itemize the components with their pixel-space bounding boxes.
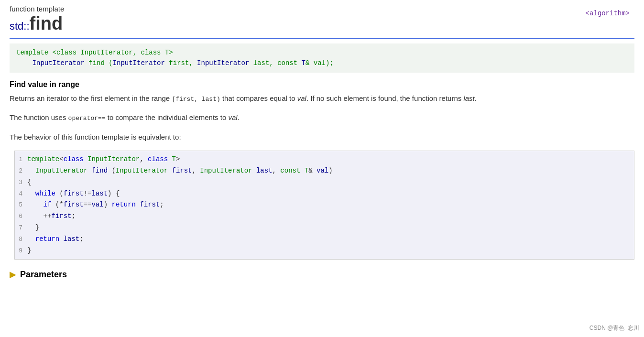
code-block: 1 template<class InputIterator, class T>… — [15, 151, 634, 259]
function-label: function template — [10, 5, 634, 13]
desc1-end: . — [475, 94, 477, 102]
line-content-1: template<class InputIterator, class T> — [27, 154, 180, 165]
line-content-6: ++first; — [27, 211, 76, 222]
line-num-8: 8 — [15, 234, 27, 245]
code-line-6: 6 ++first; — [15, 211, 634, 222]
line-num-2: 2 — [15, 166, 27, 176]
sig-return-type: InputIterator — [16, 59, 88, 67]
description-paragraph2: The function uses operator== to compare … — [10, 112, 634, 124]
sig-val: val); — [314, 59, 334, 67]
code-block-wrapper: 1 template<class InputIterator, class T>… — [14, 151, 634, 260]
desc1-before: Returns an iterator to the first element… — [10, 94, 172, 102]
sig-gt: > — [169, 49, 173, 56]
sig-class2: class — [141, 49, 164, 56]
page-wrapper: <algorithm> function template std::find … — [10, 5, 634, 280]
sig-param1-name: first, — [169, 59, 197, 67]
desc2-end: . — [238, 113, 240, 121]
line-num-6: 6 — [15, 211, 27, 222]
line-content-3: { — [27, 177, 31, 188]
line-content-2: InputIterator find (InputIterator first,… — [27, 165, 333, 177]
function-name: find — [30, 13, 63, 33]
sig-inputiterator1: InputIterator — [80, 49, 132, 56]
desc1-after: . If no such element is found, the funct… — [306, 94, 464, 102]
line-num-3: 3 — [15, 177, 27, 188]
line-content-8: return last; — [27, 234, 84, 245]
code-line-3: 3 { — [15, 177, 634, 188]
line-num-7: 7 — [15, 223, 27, 233]
desc2-code: operator== — [68, 115, 106, 122]
line-content-7: } — [27, 222, 39, 234]
sig-param2-type: InputIterator — [197, 59, 253, 67]
code-line-4: 4 while (first!=last) { — [15, 188, 634, 200]
code-line-8: 8 return last; — [15, 234, 634, 245]
desc1-code: [first, last) — [172, 96, 220, 103]
description-paragraph1: Returns an iterator to the first element… — [10, 93, 634, 105]
signature-line2: InputIterator find (InputIterator first,… — [16, 58, 628, 68]
line-num-1: 1 — [15, 154, 27, 165]
sig-param1-type: InputIterator — [113, 59, 169, 67]
sig-find-name: find — [88, 59, 109, 67]
blue-divider — [10, 38, 634, 39]
sig-template-kw: template — [16, 49, 53, 56]
desc2-val: val — [228, 113, 237, 121]
sig-const: const — [277, 59, 301, 67]
code-line-7: 7 } — [15, 222, 634, 234]
desc2-before: The function uses — [10, 113, 68, 121]
sig-amp: & — [306, 59, 314, 67]
line-num-9: 9 — [15, 246, 27, 256]
line-content-5: if (*first==val) return first; — [27, 199, 164, 211]
sig-lt: < — [53, 49, 56, 56]
code-line-2: 2 InputIterator find (InputIterator firs… — [15, 165, 634, 177]
namespace-prefix: std:: — [10, 20, 30, 32]
description-title: Find value in range — [10, 80, 634, 89]
desc1-val: val — [297, 94, 306, 102]
function-title: std::find — [10, 14, 634, 34]
parameters-title: Parameters — [20, 270, 67, 280]
parameters-section: ▶ Parameters — [10, 269, 634, 280]
sig-open-paren: ( — [109, 59, 112, 67]
sig-class1: class — [56, 49, 80, 56]
sig-param2-name: last, — [253, 59, 277, 67]
algorithm-link-text: <algorithm> — [586, 10, 630, 17]
desc1-middle: that compares equal to — [220, 94, 297, 102]
arrow-icon: ▶ — [10, 269, 16, 280]
line-content-9: } — [27, 245, 31, 257]
code-line-1: 1 template<class InputIterator, class T> — [15, 154, 634, 165]
desc1-last: last — [463, 94, 474, 102]
desc2-after: to compare the individual elements to — [106, 113, 229, 121]
signature-box: template <class InputIterator, class T> … — [10, 43, 634, 73]
header-section: function template std::find — [10, 5, 634, 34]
line-num-5: 5 — [15, 200, 27, 210]
description-paragraph3: The behavior of this function template i… — [10, 131, 634, 143]
code-line-5: 5 if (*first==val) return first; — [15, 199, 634, 211]
code-line-9: 9 } — [15, 245, 634, 257]
signature-line1: template <class InputIterator, class T> — [16, 47, 628, 58]
line-num-4: 4 — [15, 189, 27, 199]
line-content-4: while (first!=last) { — [27, 188, 120, 200]
sig-comma1: , — [133, 49, 141, 56]
sig-T2: T — [302, 59, 306, 67]
algorithm-link[interactable]: <algorithm> — [586, 10, 630, 17]
